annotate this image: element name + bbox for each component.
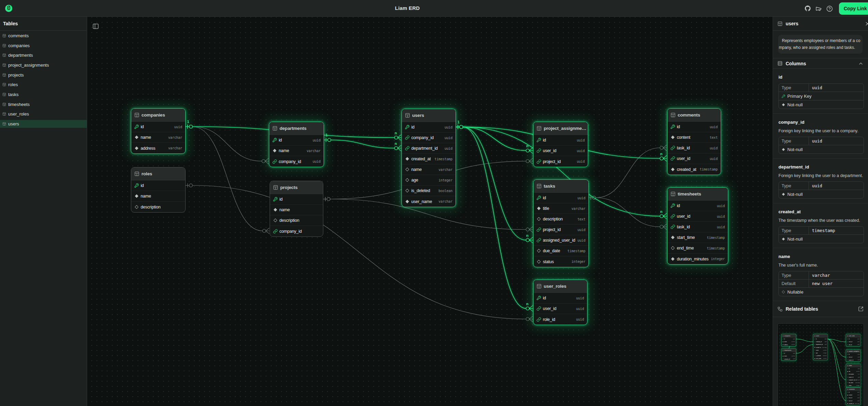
- column-row-id[interactable]: iduuid: [402, 122, 456, 133]
- column-row-company_id[interactable]: company_iduuid: [402, 133, 456, 143]
- column-row-id[interactable]: iduuid: [782, 338, 796, 340]
- column-row-company_id[interactable]: company_iduuid: [269, 156, 324, 167]
- column-row-user_id[interactable]: user_iduuid: [846, 400, 860, 402]
- column-row-user_id[interactable]: user_iduuid: [533, 146, 588, 156]
- column-row-name[interactable]: namevarchar: [813, 349, 827, 352]
- column-row-name[interactable]: namevarchar: [269, 146, 324, 156]
- help-icon[interactable]: [826, 5, 833, 12]
- column-row-age[interactable]: ageinteger: [813, 352, 827, 354]
- column-row-name[interactable]: namevarchar: [782, 340, 796, 343]
- column-row-name[interactable]: name: [131, 191, 185, 202]
- table-node-user_roles[interactable]: user_rolesiduuiduser_iduuidrole_iduuid: [533, 280, 587, 325]
- column-row-company_id[interactable]: company_iduuid: [813, 340, 827, 343]
- related-tables-minimap[interactable]: companiesiduuidnamevarcharaddressvarchar…: [777, 323, 864, 406]
- sidebar-item-user_roles[interactable]: user_roles: [0, 109, 87, 119]
- column-row-id[interactable]: id: [270, 194, 323, 205]
- column-row-id[interactable]: iduuid: [782, 352, 796, 355]
- sidebar-item-tasks[interactable]: tasks: [0, 90, 87, 99]
- table-node-comments[interactable]: commentsiduuidcontenttexttask_iduuiduser…: [667, 108, 721, 175]
- column-row-created_at[interactable]: created_attimestamp: [402, 154, 456, 164]
- sidebar-item-project_assignments[interactable]: project_assignments: [0, 60, 87, 70]
- github-icon[interactable]: [804, 5, 811, 12]
- table-description[interactable]: Represents employees or members of a com…: [778, 35, 863, 54]
- column-row-description[interactable]: description: [131, 202, 185, 212]
- panel-left-icon[interactable]: [92, 23, 99, 30]
- column-row-status[interactable]: statusinteger: [533, 256, 588, 267]
- column-row-description[interactable]: descriptiontext: [846, 373, 860, 376]
- table-node-departments[interactable]: departmentsiduuidnamevarcharcompany_iduu…: [269, 122, 324, 167]
- table-node-users[interactable]: usersiduuidcompany_iduuiddepartment_iduu…: [813, 334, 828, 360]
- column-row-created_at[interactable]: created_attimestamp: [667, 164, 721, 175]
- table-node-comments[interactable]: commentsiduuidcontenttexttask_iduuiduser…: [846, 388, 860, 405]
- column-row-start_time[interactable]: start_timetimestamp: [667, 232, 728, 243]
- table-node-tasks[interactable]: tasksiduuidtitlevarchardescriptiontextpr…: [846, 364, 861, 387]
- sidebar-item-projects[interactable]: projects: [0, 70, 87, 80]
- megaphone-icon[interactable]: [815, 5, 822, 12]
- column-row-role_id[interactable]: role_iduuid: [533, 314, 587, 325]
- column-row-company_id[interactable]: company_iduuid: [782, 357, 796, 360]
- column-row-department_id[interactable]: department_iduuid: [813, 343, 827, 346]
- column-row-user_id[interactable]: user_iduuid: [667, 211, 728, 222]
- column-row-end_time[interactable]: end_timetimestamp: [667, 243, 728, 254]
- column-row-name[interactable]: namevarchar: [782, 355, 796, 357]
- column-row-content[interactable]: contenttext: [667, 132, 721, 143]
- column-row-duration_minutes[interactable]: duration_minutesinteger: [667, 254, 728, 264]
- column-row-content[interactable]: contenttext: [846, 394, 860, 396]
- column-row-task_id[interactable]: task_iduuid: [667, 143, 721, 153]
- column-row-id[interactable]: iduuid: [846, 391, 860, 394]
- column-row-assigned_user_id[interactable]: assigned_user_iduuid: [533, 235, 588, 246]
- column-row-title[interactable]: titlevarchar: [846, 370, 860, 373]
- column-row-project_id[interactable]: project_iduuid: [846, 358, 860, 361]
- column-row-is_deleted[interactable]: is_deletedboolean: [402, 186, 456, 196]
- close-icon[interactable]: [865, 21, 868, 27]
- column-row-is_deleted[interactable]: is_deletedboolean: [813, 354, 827, 357]
- column-row-id[interactable]: iduuid: [846, 353, 860, 356]
- sidebar-item-departments[interactable]: departments: [0, 50, 87, 60]
- table-node-project_assignments[interactable]: project_assignmentsiduuiduser_iduuidproj…: [533, 122, 588, 167]
- column-row-user_id[interactable]: user_iduuid: [846, 356, 860, 358]
- table-node-projects[interactable]: projectsidnamedescriptioncompany_id: [270, 181, 323, 237]
- column-row-id[interactable]: iduuid: [533, 193, 588, 203]
- column-row-user_name[interactable]: user_namevarchar: [402, 196, 456, 207]
- column-row-id[interactable]: iduuid: [846, 338, 860, 340]
- column-row-status[interactable]: statusinteger: [846, 384, 860, 387]
- column-row-user_id[interactable]: user_iduuid: [846, 340, 860, 343]
- column-row-id[interactable]: iduuid: [667, 122, 721, 132]
- sidebar-item-timesheets[interactable]: timesheets: [0, 99, 87, 109]
- column-row-description[interactable]: description: [270, 215, 323, 226]
- column-row-task_id[interactable]: task_iduuid: [846, 396, 860, 399]
- column-row-user_id[interactable]: user_iduuid: [667, 153, 721, 164]
- table-node-companies[interactable]: companiesiduuidnamevarcharaddressvarchar: [782, 334, 796, 346]
- column-row-created_at[interactable]: created_attimestamp: [846, 402, 860, 405]
- column-row-created_at[interactable]: created_attimestamp: [813, 346, 827, 349]
- sidebar-item-companies[interactable]: companies: [0, 41, 87, 51]
- column-row-address[interactable]: addressvarchar: [782, 343, 796, 346]
- column-row-due_date[interactable]: due_datetimestamp: [533, 246, 588, 256]
- column-row-age[interactable]: ageinteger: [402, 175, 456, 186]
- column-row-project_id[interactable]: project_iduuid: [533, 225, 588, 235]
- expand-icon[interactable]: [858, 306, 864, 312]
- column-row-due_date[interactable]: due_datetimestamp: [846, 381, 860, 384]
- sidebar-item-comments[interactable]: comments: [0, 31, 87, 41]
- column-row-id[interactable]: id: [131, 180, 185, 191]
- column-row-name[interactable]: namevarchar: [402, 164, 456, 175]
- column-row-assigned_user_id[interactable]: assigned_user_iduuid: [846, 379, 860, 381]
- copy-link-button[interactable]: Copy Link: [839, 2, 868, 15]
- column-row-description[interactable]: descriptiontext: [533, 214, 588, 225]
- chevron-up-icon[interactable]: [858, 61, 864, 66]
- column-row-id[interactable]: iduuid: [533, 293, 587, 303]
- column-row-title[interactable]: titlevarchar: [533, 203, 588, 214]
- column-row-id[interactable]: iduuid: [269, 135, 324, 146]
- column-row-project_id[interactable]: project_iduuid: [846, 376, 860, 379]
- column-row-id[interactable]: iduuid: [846, 367, 860, 370]
- sidebar-item-roles[interactable]: roles: [0, 80, 87, 90]
- table-node-user_roles[interactable]: user_rolesiduuiduser_iduuidrole_iduuid: [846, 334, 860, 346]
- table-node-roles[interactable]: rolesidnamedescription: [131, 167, 186, 213]
- column-row-user_id[interactable]: user_iduuid: [533, 303, 587, 314]
- column-row-address[interactable]: addressvarchar: [131, 143, 185, 153]
- table-node-timesheets[interactable]: timesheetsiduuiduser_iduuidtask_iduuidst…: [667, 187, 728, 265]
- table-node-project_assignments[interactable]: project_assignmentsiduuiduser_iduuidproj…: [846, 350, 860, 362]
- table-node-companies[interactable]: companiesiduuidnamevarcharaddressvarchar: [131, 108, 186, 154]
- table-node-departments[interactable]: departmentsiduuidnamevarcharcompany_iduu…: [782, 349, 796, 361]
- sidebar-item-users[interactable]: users: [0, 119, 87, 129]
